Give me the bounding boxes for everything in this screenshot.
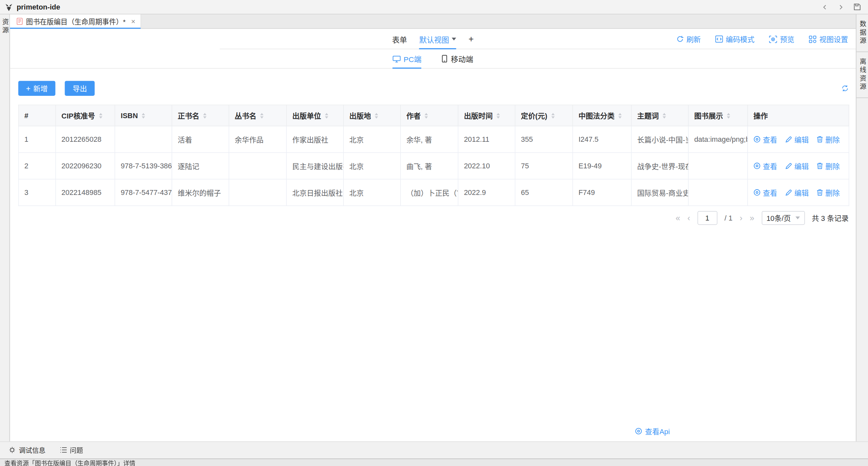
action-label: 删除 [825, 161, 840, 171]
table-cell [688, 179, 748, 206]
column-label: 正书名 [178, 112, 199, 120]
device-tabs-bar: PC端 移动端 [10, 49, 856, 68]
left-sidebar: 资源 [0, 14, 10, 441]
column-header-13: 操作 [748, 105, 849, 126]
sidebar-item-offline-resources[interactable]: 离线资源 [857, 52, 868, 98]
issues-button[interactable]: 问题 [60, 445, 83, 455]
refresh-button[interactable]: 刷新 [676, 34, 701, 44]
app-window: primeton-ide 资源 图书在版编目（生命周期事件）* × [0, 0, 868, 466]
trash-icon [816, 189, 823, 196]
table-cell: F749 [573, 179, 631, 206]
column-label: ISBN [121, 112, 138, 120]
sort-caret-icon[interactable] [618, 113, 622, 118]
edit-action-link[interactable]: 编辑 [785, 161, 809, 171]
sort-caret-icon[interactable] [375, 113, 378, 118]
column-header-12[interactable]: 图书展示 [688, 105, 748, 126]
edit-icon [785, 136, 792, 143]
view-settings-button[interactable]: 视图设置 [809, 34, 848, 44]
column-header-6[interactable]: 出版地 [343, 105, 401, 126]
view-toolbar: 刷新 编码模式 预览 视图设置 [676, 29, 848, 49]
table-cell: 2022.10 [458, 153, 515, 179]
table-cell: 余华作品 [229, 126, 287, 153]
column-header-8[interactable]: 出版时间 [458, 105, 515, 126]
sort-caret-icon[interactable] [663, 113, 666, 118]
save-icon [853, 3, 861, 11]
sort-caret-icon[interactable] [497, 113, 500, 118]
file-tab[interactable]: 图书在版编目（生命周期事件）* × [10, 14, 142, 28]
action-label: 编辑 [795, 134, 809, 144]
tab-default-view[interactable]: 默认视图 [419, 29, 456, 49]
last-page-button[interactable]: » [750, 214, 754, 222]
table-cell: 2022148985 [56, 179, 115, 206]
save-button[interactable] [853, 3, 861, 11]
action-label: 编辑 [795, 187, 809, 198]
table-cell: 北京日报出版社 [286, 179, 343, 206]
column-header-5[interactable]: 出版单位 [286, 105, 343, 126]
export-button[interactable]: 导出 [65, 81, 95, 96]
column-header-1[interactable]: CIP核准号 [56, 105, 115, 126]
table-row: 22022096230978-7-5139-3866逐陆记民主与建设出版社北京曲… [19, 153, 849, 179]
sort-caret-icon[interactable] [727, 113, 730, 118]
sidebar-item-resources[interactable]: 资源 [0, 19, 9, 35]
column-header-9[interactable]: 定价(元) [515, 105, 573, 126]
preview-button[interactable]: 预览 [769, 34, 795, 44]
debug-icon [8, 446, 16, 454]
add-button[interactable]: + 新增 [19, 81, 56, 96]
sort-caret-icon[interactable] [203, 113, 206, 118]
prev-page-button[interactable]: ‹ [687, 214, 690, 222]
file-tab-strip: 图书在版编目（生命周期事件）* × [10, 14, 856, 29]
first-page-button[interactable]: « [676, 214, 680, 222]
column-header-7[interactable]: 作者 [401, 105, 458, 126]
main-area: 资源 图书在版编目（生命周期事件）* × 表单 默认视图 + [0, 14, 868, 441]
sort-caret-icon[interactable] [425, 113, 428, 118]
next-page-button[interactable]: › [740, 214, 742, 222]
edit-action-link[interactable]: 编辑 [785, 187, 809, 198]
sidebar-item-datasource[interactable]: 数据源 [857, 14, 868, 52]
view-action-link[interactable]: 查看 [753, 161, 777, 171]
view-action-link[interactable]: 查看 [753, 187, 777, 198]
delete-action-link[interactable]: 删除 [816, 161, 840, 171]
bottom-panel-bar: 调试信息 问题 [0, 441, 868, 458]
nav-back-button[interactable] [821, 3, 829, 11]
sort-caret-icon[interactable] [142, 113, 145, 118]
column-label: 作者 [406, 112, 421, 120]
tab-mobile[interactable]: 移动端 [441, 49, 473, 68]
page-input[interactable]: 1 [698, 211, 717, 225]
column-label: 出版时间 [464, 112, 493, 120]
table-header-row: #CIP核准号ISBN正书名丛书名出版单位出版地作者出版时间定价(元)中图法分类… [19, 105, 849, 126]
view-api-link[interactable]: 查看Api [635, 426, 670, 436]
table-cell: 2012.11 [458, 126, 515, 153]
table-cell: 75 [515, 153, 573, 179]
column-label: 出版地 [349, 112, 371, 120]
table-cell: 2022.9 [458, 179, 515, 206]
sort-caret-icon[interactable] [99, 113, 102, 118]
column-header-10[interactable]: 中图法分类 [573, 105, 631, 126]
column-header-4[interactable]: 丛书名 [229, 105, 287, 126]
close-icon[interactable]: × [131, 18, 135, 25]
table-cell: 2022096230 [56, 153, 115, 179]
tab-pc[interactable]: PC端 [393, 49, 422, 68]
column-header-2[interactable]: ISBN [115, 105, 172, 126]
delete-action-link[interactable]: 删除 [816, 187, 840, 198]
view-action-link[interactable]: 查看 [753, 134, 777, 144]
nav-forward-button[interactable] [837, 3, 845, 11]
table-cell: 维米尔的帽子 [172, 179, 229, 206]
delete-action-link[interactable]: 删除 [816, 134, 840, 144]
tab-form[interactable]: 表单 [392, 29, 407, 49]
data-table: #CIP核准号ISBN正书名丛书名出版单位出版地作者出版时间定价(元)中图法分类… [19, 105, 849, 206]
action-label: 查看 [763, 134, 777, 144]
table-cell: 3 [19, 179, 56, 206]
code-mode-button[interactable]: 编码模式 [715, 34, 754, 44]
page-size-select[interactable]: 10条/页 [762, 211, 805, 225]
debug-info-button[interactable]: 调试信息 [8, 445, 45, 455]
add-view-button[interactable]: + [468, 34, 474, 44]
table-cell: 战争史-世界-现在 [631, 153, 688, 179]
sort-caret-icon[interactable] [260, 113, 264, 118]
column-header-3[interactable]: 正书名 [172, 105, 229, 126]
column-header-11[interactable]: 主题词 [631, 105, 688, 126]
sort-caret-icon[interactable] [325, 113, 329, 118]
edit-action-link[interactable]: 编辑 [785, 134, 809, 144]
list-icon [60, 447, 67, 453]
table-refresh-button[interactable] [841, 85, 849, 92]
sort-caret-icon[interactable] [551, 113, 554, 118]
